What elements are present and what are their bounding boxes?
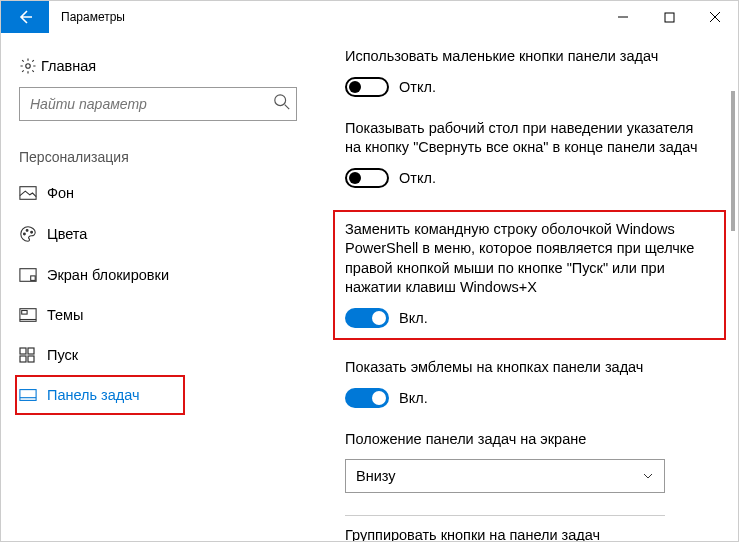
gear-icon: [19, 57, 41, 75]
setting-position: Положение панели задач на экране Внизу: [345, 430, 708, 494]
home-label: Главная: [41, 58, 96, 74]
svg-rect-12: [28, 348, 34, 354]
search-box[interactable]: [19, 87, 297, 121]
scroll-thumb[interactable]: [731, 91, 735, 231]
toggle-badges[interactable]: [345, 388, 389, 408]
title-bar: Параметры: [1, 1, 738, 33]
setting-small-buttons: Использовать маленькие кнопки панели зад…: [345, 47, 708, 97]
highlight-box: Заменить командную строку оболочкой Wind…: [333, 210, 726, 340]
toggle-label: Вкл.: [399, 390, 428, 406]
svg-rect-13: [20, 356, 26, 362]
svg-rect-7: [20, 269, 36, 282]
maximize-button[interactable]: [646, 1, 692, 33]
start-icon: [19, 347, 47, 363]
svg-point-1: [26, 64, 31, 69]
search-input[interactable]: [19, 87, 297, 121]
svg-rect-8: [31, 276, 36, 281]
close-button[interactable]: [692, 1, 738, 33]
position-dropdown[interactable]: Внизу: [345, 459, 665, 493]
home-button[interactable]: Главная: [1, 47, 315, 85]
sidebar-item-colors[interactable]: Цвета: [1, 213, 315, 255]
setting-desc: Показать эмблемы на кнопках панели задач: [345, 358, 708, 378]
arrow-left-icon: [16, 8, 34, 26]
minimize-icon: [617, 11, 629, 23]
svg-point-2: [275, 95, 286, 106]
setting-desc: Заменить командную строку оболочкой Wind…: [345, 220, 714, 298]
setting-peek-desktop: Показывать рабочий стол при наведении ук…: [345, 119, 708, 188]
back-button[interactable]: [1, 1, 49, 33]
sidebar-item-label: Цвета: [47, 226, 87, 242]
chevron-down-icon: [642, 470, 654, 482]
minimize-button[interactable]: [600, 1, 646, 33]
sidebar-item-label: Темы: [47, 307, 84, 323]
setting-desc: Положение панели задач на экране: [345, 430, 708, 450]
main-content: Использовать маленькие кнопки панели зад…: [315, 33, 738, 541]
svg-rect-11: [20, 348, 26, 354]
sidebar-item-taskbar[interactable]: Панель задач: [15, 375, 185, 415]
scrollbar[interactable]: [730, 91, 736, 531]
sidebar-item-background[interactable]: Фон: [1, 173, 315, 213]
themes-icon: [19, 307, 47, 323]
setting-badges: Показать эмблемы на кнопках панели задач…: [345, 358, 708, 408]
close-icon: [709, 11, 721, 23]
sidebar: Главная Персонализация Фон Цвета: [1, 33, 315, 541]
category-label: Персонализация: [1, 131, 315, 173]
sidebar-item-label: Фон: [47, 185, 74, 201]
svg-point-5: [26, 230, 28, 232]
lockscreen-icon: [19, 267, 47, 283]
taskbar-icon: [19, 388, 47, 402]
toggle-label: Откл.: [399, 170, 436, 186]
svg-rect-0: [665, 13, 674, 22]
svg-point-6: [31, 231, 33, 233]
sidebar-item-label: Экран блокировки: [47, 267, 169, 283]
toggle-peek-desktop[interactable]: [345, 168, 389, 188]
setting-grouping: Группировать кнопки на панели задач: [345, 526, 708, 542]
setting-desc: Использовать маленькие кнопки панели зад…: [345, 47, 708, 67]
sidebar-item-start[interactable]: Пуск: [1, 335, 315, 375]
sidebar-item-themes[interactable]: Темы: [1, 295, 315, 335]
window-title: Параметры: [49, 1, 137, 33]
picture-icon: [19, 185, 47, 201]
svg-rect-15: [20, 390, 36, 401]
sidebar-item-lockscreen[interactable]: Экран блокировки: [1, 255, 315, 295]
setting-desc: Показывать рабочий стол при наведении ук…: [345, 119, 708, 158]
sidebar-item-label: Пуск: [47, 347, 78, 363]
svg-rect-10: [22, 311, 27, 315]
toggle-label: Вкл.: [399, 310, 428, 326]
svg-point-4: [24, 233, 26, 235]
sidebar-item-label: Панель задач: [47, 387, 140, 403]
dropdown-value: Внизу: [356, 468, 396, 484]
setting-powershell: Заменить командную строку оболочкой Wind…: [345, 220, 714, 328]
svg-rect-14: [28, 356, 34, 362]
toggle-powershell[interactable]: [345, 308, 389, 328]
setting-desc: Группировать кнопки на панели задач: [345, 526, 708, 542]
search-icon: [273, 93, 291, 115]
toggle-small-buttons[interactable]: [345, 77, 389, 97]
maximize-icon: [664, 12, 675, 23]
palette-icon: [19, 225, 47, 243]
toggle-label: Откл.: [399, 79, 436, 95]
